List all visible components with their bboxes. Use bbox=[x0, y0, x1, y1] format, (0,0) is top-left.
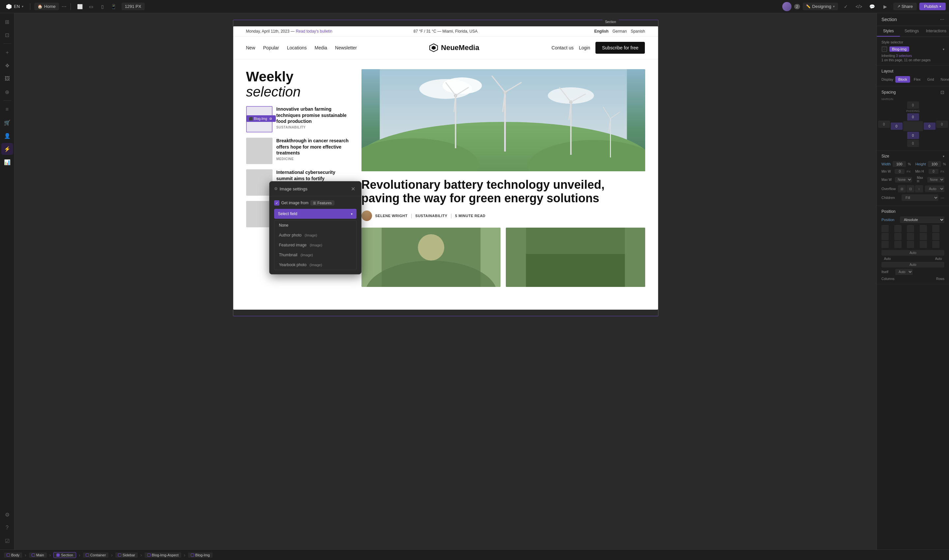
toolbar-logo[interactable]: EN ▾ bbox=[3, 2, 26, 11]
code-btn[interactable]: </> bbox=[854, 2, 864, 11]
left-icon-apps[interactable]: ⊕ bbox=[1, 86, 13, 98]
pos-extra-3[interactable] bbox=[894, 241, 901, 248]
read-bulletin-link[interactable]: Read today's bulletin bbox=[296, 29, 333, 34]
pos-mr[interactable] bbox=[881, 233, 889, 240]
play-btn[interactable]: ▶ bbox=[880, 2, 890, 11]
get-image-checkbox[interactable]: ✓ bbox=[274, 200, 279, 206]
max-w-select[interactable]: None bbox=[895, 177, 912, 183]
pos-auto-top-input[interactable] bbox=[881, 250, 944, 255]
pos-extra-5[interactable] bbox=[920, 241, 927, 248]
toolbar-more-dots[interactable]: ··· bbox=[62, 3, 66, 10]
canvas-area[interactable]: Section Monday, April 11th, 2023 — Read … bbox=[14, 13, 877, 549]
padding-left[interactable]: 0 bbox=[890, 123, 903, 130]
min-h-input[interactable] bbox=[929, 169, 938, 174]
contact-link[interactable]: Contact us bbox=[552, 45, 574, 51]
pos-tr[interactable] bbox=[907, 225, 914, 232]
pos-tl[interactable] bbox=[881, 225, 889, 232]
left-icon-help[interactable]: ? bbox=[1, 522, 13, 534]
checkmark-btn[interactable]: ✓ bbox=[841, 2, 851, 11]
left-icon-cms[interactable]: ≡ bbox=[1, 103, 13, 115]
select-field-dropdown[interactable]: Select field ▾ bbox=[274, 209, 356, 219]
subscribe-button[interactable]: Subscribe for free bbox=[595, 42, 645, 54]
right-panel-more[interactable]: ··· bbox=[940, 17, 944, 22]
width-input[interactable] bbox=[893, 161, 906, 167]
style-selector-badge[interactable]: Blog-Img bbox=[889, 46, 909, 52]
bottom-tag-sidebar[interactable]: Sidebar bbox=[116, 552, 138, 558]
padding-right[interactable]: 0 bbox=[924, 123, 935, 130]
margin-bottom[interactable]: 0 bbox=[907, 140, 919, 147]
mobile-view-btn[interactable]: 📱 bbox=[108, 2, 119, 11]
lang-spanish[interactable]: Spanish bbox=[631, 29, 645, 34]
left-icon-users[interactable]: 👤 bbox=[1, 130, 13, 142]
canvas-width-display[interactable]: 1291 PX bbox=[122, 3, 145, 10]
features-tag[interactable]: ☰ Features bbox=[310, 200, 334, 206]
lang-german[interactable]: German bbox=[613, 29, 627, 34]
display-none[interactable]: None bbox=[938, 76, 949, 83]
share-button[interactable]: ↗ Share bbox=[893, 3, 917, 10]
pos-extra-2[interactable] bbox=[881, 241, 889, 248]
nav-media[interactable]: Media bbox=[315, 45, 327, 51]
nav-new[interactable]: New bbox=[246, 45, 256, 51]
dropdown-none[interactable]: None bbox=[274, 220, 356, 230]
left-icon-components[interactable]: ❖ bbox=[1, 60, 13, 71]
tab-settings[interactable]: Settings bbox=[900, 26, 923, 37]
pos-bl[interactable] bbox=[894, 233, 901, 240]
left-icon-accessibility[interactable]: ☑ bbox=[1, 535, 13, 547]
dropdown-thumbnail[interactable]: Thumbnail (Image) bbox=[274, 250, 356, 260]
tab-styles[interactable]: Styles bbox=[877, 26, 900, 37]
left-icon-media[interactable]: 🖼 bbox=[1, 73, 13, 85]
left-icon-add[interactable]: ＋ bbox=[1, 46, 13, 58]
overflow-btn-3[interactable]: ↕ bbox=[915, 185, 923, 192]
designing-btn[interactable]: ✏️ Designing ▾ bbox=[803, 3, 838, 10]
home-tab[interactable]: 🏠 Home bbox=[34, 3, 59, 10]
pos-auto-bottom-input[interactable] bbox=[881, 262, 944, 268]
pos-br[interactable] bbox=[920, 233, 927, 240]
lang-english[interactable]: English bbox=[594, 29, 608, 34]
display-block[interactable]: Block bbox=[895, 76, 910, 83]
spacing-icon[interactable]: ⊡ bbox=[940, 89, 944, 95]
display-grid[interactable]: Grid bbox=[924, 76, 937, 83]
padding-bottom[interactable]: 0 bbox=[907, 132, 919, 139]
user-avatar[interactable] bbox=[782, 2, 792, 11]
blog-img-settings-icon[interactable]: ⚙ bbox=[268, 116, 273, 121]
tablet-v-view-btn[interactable]: ▯ bbox=[97, 2, 108, 11]
blog-img-label[interactable]: ⬛ Blog-Img ⚙ bbox=[246, 115, 276, 122]
left-icon-settings[interactable]: ⚙ bbox=[1, 509, 13, 520]
min-w-input[interactable] bbox=[895, 169, 904, 174]
pos-itself-select[interactable]: Auto bbox=[895, 269, 913, 275]
bottom-tag-main[interactable]: Main bbox=[29, 552, 47, 558]
dropdown-author-photo[interactable]: Author photo (Image) bbox=[274, 230, 356, 240]
pos-m[interactable] bbox=[932, 225, 940, 232]
left-icon-pages[interactable]: ⊞ bbox=[1, 16, 13, 28]
tab-interactions[interactable]: Interactions bbox=[923, 26, 949, 37]
overflow-btn-1[interactable]: ⊟ bbox=[898, 185, 906, 192]
dropdown-featured-image[interactable]: Featured image (Image) bbox=[274, 240, 356, 250]
overflow-auto-select[interactable]: Auto bbox=[925, 185, 944, 192]
pos-extra-1[interactable] bbox=[932, 233, 940, 240]
pos-t[interactable] bbox=[894, 225, 901, 232]
tablet-h-view-btn[interactable]: ▭ bbox=[86, 2, 97, 11]
left-icon-ecommerce[interactable]: 🛒 bbox=[1, 117, 13, 128]
desktop-view-btn[interactable]: ⬜ bbox=[75, 2, 85, 11]
nav-locations[interactable]: Locations bbox=[287, 45, 307, 51]
left-icon-logic[interactable]: ⚡ bbox=[1, 143, 13, 155]
pos-ml[interactable] bbox=[920, 225, 927, 232]
max-h-select[interactable]: None bbox=[927, 177, 944, 183]
nav-newsletter[interactable]: Newsletter bbox=[335, 45, 357, 51]
bottom-tag-body[interactable]: Body bbox=[4, 552, 22, 558]
selectors-link[interactable]: 3 selectors bbox=[896, 54, 912, 58]
children-select[interactable]: Fill bbox=[901, 194, 938, 201]
bottom-tag-blog-img-aspect[interactable]: Blog-Img-Aspect bbox=[145, 552, 181, 558]
bottom-tag-section[interactable]: Section bbox=[53, 552, 76, 558]
padding-top[interactable]: 0 bbox=[907, 113, 919, 120]
pos-extra-4[interactable] bbox=[907, 241, 914, 248]
login-link[interactable]: Login bbox=[579, 45, 590, 51]
overflow-btn-2[interactable]: ⊡ bbox=[906, 185, 914, 192]
nav-popular[interactable]: Popular bbox=[263, 45, 279, 51]
size-expand-icon[interactable]: ▾ bbox=[943, 154, 944, 158]
locale-btn[interactable]: EN bbox=[14, 4, 20, 9]
height-input[interactable] bbox=[928, 161, 941, 167]
left-icon-analytics[interactable]: 📊 bbox=[1, 156, 13, 168]
bottom-tag-blog-img[interactable]: Blog-Img bbox=[188, 552, 213, 558]
children-more-btn[interactable]: ··· bbox=[940, 195, 944, 200]
